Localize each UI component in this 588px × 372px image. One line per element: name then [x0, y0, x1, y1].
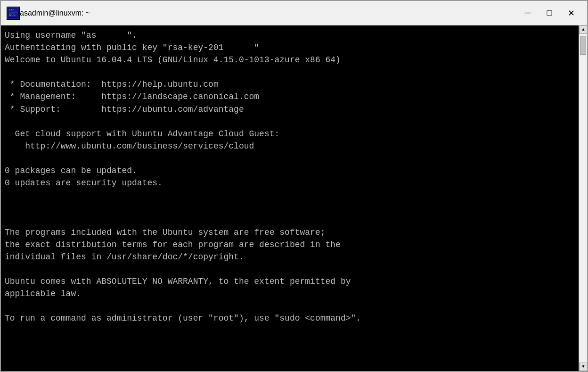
titlebar: C:\ asadmin@linuxvm: ~ ─ □ ✕: [1, 1, 587, 25]
svg-point-2: [9, 9, 10, 10]
terminal-output[interactable]: Using username "as ". Authenticating wit…: [1, 25, 579, 371]
app-icon: C:\: [7, 7, 20, 20]
close-button[interactable]: ✕: [561, 5, 581, 22]
scrollbar-track[interactable]: [579, 34, 587, 363]
scroll-down-button[interactable]: ▼: [579, 363, 587, 371]
window-title: asadmin@linuxvm: ~: [20, 9, 517, 17]
terminal-container: Using username "as ". Authenticating wit…: [1, 25, 587, 371]
scroll-up-button[interactable]: ▲: [579, 25, 587, 34]
svg-rect-6: [9, 12, 17, 13]
minimize-button[interactable]: ─: [517, 5, 538, 22]
svg-rect-8: [9, 15, 16, 16]
scrollbar-thumb[interactable]: [580, 36, 586, 55]
svg-point-4: [13, 9, 14, 10]
maximize-button[interactable]: □: [539, 5, 560, 22]
scrollbar[interactable]: ▲ ▼: [579, 25, 587, 371]
svg-rect-7: [9, 14, 15, 14]
window-controls: ─ □ ✕: [517, 5, 581, 22]
svg-point-3: [11, 9, 12, 10]
terminal-window: C:\ asadmin@linuxvm: ~ ─ □ ✕ Using usern…: [0, 0, 588, 372]
